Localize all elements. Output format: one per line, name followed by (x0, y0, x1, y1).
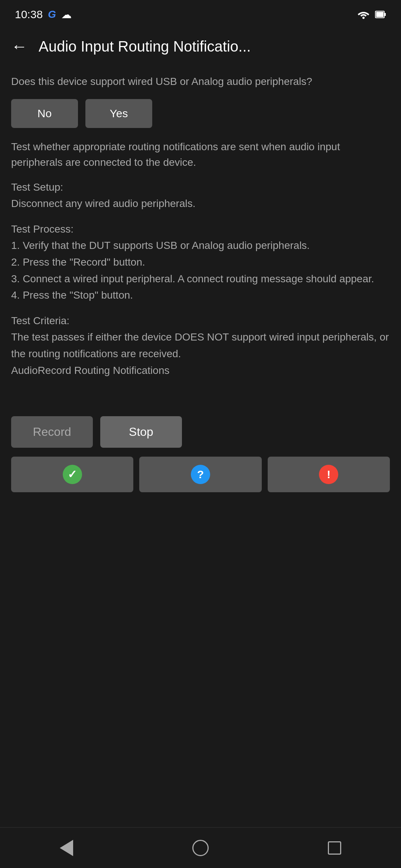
no-button[interactable]: No (11, 99, 78, 128)
info-button[interactable]: ? (139, 457, 261, 492)
svg-rect-3 (376, 12, 384, 17)
svg-rect-2 (384, 13, 386, 16)
choice-buttons: No Yes (11, 99, 390, 128)
test-criteria-content: The test passes if either the device DOE… (11, 329, 390, 379)
header: ← Audio Input Routing Notificatio... (0, 26, 401, 67)
test-process-title: Test Process: (11, 223, 390, 235)
status-bar-right (357, 10, 386, 19)
test-setup-title: Test Setup: (11, 181, 390, 193)
fail-icon: ! (319, 465, 338, 484)
action-buttons: Record Stop (11, 416, 390, 448)
nav-back-icon (60, 840, 73, 856)
question-text: Does this device support wired USB or An… (11, 74, 390, 89)
test-criteria-title: Test Criteria: (11, 315, 390, 327)
description-text: Test whether appropriate routing notific… (11, 139, 390, 170)
status-bar: 10:38 G ☁ (0, 0, 401, 26)
content-area: Does this device support wired USB or An… (0, 67, 401, 398)
wifi-icon (357, 10, 370, 19)
back-button[interactable]: ← (7, 33, 31, 59)
nav-home-button[interactable] (177, 836, 224, 860)
nav-recent-icon (328, 841, 341, 855)
result-buttons: ✓ ? ! (11, 457, 390, 492)
pass-button[interactable]: ✓ (11, 457, 133, 492)
status-time: 10:38 (15, 8, 43, 21)
nav-back-button[interactable] (45, 836, 88, 860)
page-title: Audio Input Routing Notificatio... (39, 38, 390, 55)
bottom-nav (0, 827, 401, 868)
battery-icon (375, 10, 386, 19)
cloud-icon: ☁ (61, 9, 72, 21)
fail-button[interactable]: ! (268, 457, 390, 492)
record-button[interactable]: Record (11, 416, 93, 448)
pass-icon: ✓ (63, 465, 82, 484)
action-area: Record Stop ✓ ? ! (0, 405, 401, 500)
svg-point-0 (362, 17, 365, 19)
yes-button[interactable]: Yes (85, 99, 152, 128)
stop-button[interactable]: Stop (100, 416, 182, 448)
google-icon: G (48, 9, 56, 20)
test-process-content: 1. Verify that the DUT supports USB or A… (11, 237, 390, 304)
info-icon: ? (191, 465, 210, 484)
test-setup-content: Disconnect any wired audio peripherals. (11, 195, 390, 212)
nav-home-icon (192, 840, 209, 856)
status-bar-left: 10:38 G ☁ (15, 8, 72, 21)
nav-recent-button[interactable] (313, 838, 356, 858)
